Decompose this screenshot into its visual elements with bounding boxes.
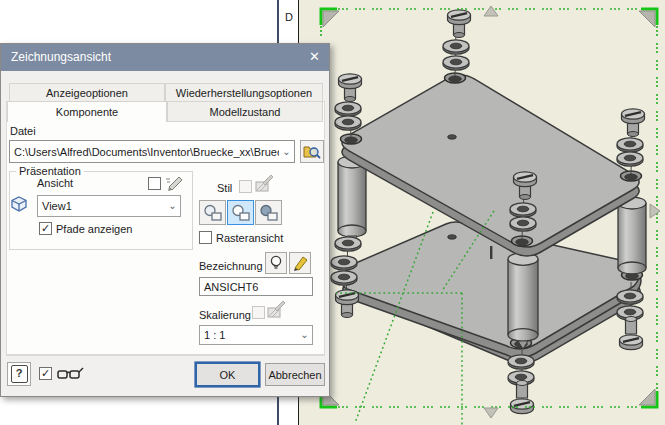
datei-label: Datei <box>10 125 36 137</box>
style-hidden-edges-removed-button[interactable] <box>227 200 254 225</box>
check-icon: ✓ <box>41 222 50 234</box>
preview-glasses-icon <box>56 365 84 383</box>
bezeichnung-label: Bezeichnung <box>199 260 263 272</box>
presentation-cube-icon <box>11 196 28 213</box>
fastener-stack-top-right <box>617 109 645 174</box>
support-column-front <box>508 248 538 349</box>
hidden-edges-icon <box>203 204 223 222</box>
associative-pencil-icon[interactable] <box>165 173 185 191</box>
dialog-title: Zeichnungsansicht <box>11 50 111 64</box>
edit-view-label-button[interactable] <box>289 252 311 274</box>
fastener-stack-bottom-front <box>508 350 534 414</box>
tab-modellzustand[interactable]: Modellzustand <box>167 101 323 122</box>
help-button[interactable]: ? <box>7 362 31 386</box>
tab-label: Komponente <box>56 106 118 118</box>
check-icon: ✓ <box>41 367 50 379</box>
tab-label: Wiederherstellungsoptionen <box>176 87 312 99</box>
cancel-button[interactable]: Abbrechen <box>265 363 325 386</box>
view-select[interactable]: View1 ⌄ <box>37 195 181 217</box>
ansicht-checkbox[interactable] <box>148 177 161 190</box>
tab-wiederherstellungsoptionen[interactable]: Wiederherstellungsoptionen <box>165 83 323 102</box>
file-path-combobox[interactable]: C:\Users\Alfred\Documents\Inventor\Bruec… <box>9 140 295 163</box>
skalierung-select[interactable]: 1 : 1 ⌄ <box>199 325 313 345</box>
ansicht-label: Ansicht <box>37 177 73 189</box>
preview-checkbox[interactable]: ✓ <box>39 367 52 380</box>
chevron-down-icon: ⌄ <box>297 330 312 340</box>
pfade-anzeigen-label: Pfade anzeigen <box>56 223 132 235</box>
lightbulb-icon <box>269 255 283 271</box>
hidden-edges-removed-icon <box>231 204 251 222</box>
zeichnungsansicht-dialog: Zeichnungsansicht ✕ Anzeigeoptionen Wied… <box>0 43 330 397</box>
tab-komponente[interactable]: Komponente <box>7 101 167 122</box>
ok-button[interactable]: OK <box>196 363 259 386</box>
style-shaded-button[interactable] <box>255 200 282 225</box>
chevron-down-icon: ⌄ <box>279 147 294 157</box>
chevron-down-icon: ⌄ <box>165 201 180 211</box>
insertion-cursor <box>490 246 492 259</box>
shaded-icon <box>259 204 279 222</box>
skalierung-value: 1 : 1 <box>200 329 297 341</box>
browse-file-button[interactable] <box>300 140 324 163</box>
pencil-icon <box>292 255 308 271</box>
cancel-label: Abbrechen <box>268 369 321 381</box>
plate-center-hole <box>448 135 456 139</box>
style-hidden-edges-button[interactable] <box>199 200 226 225</box>
skalierung-label: Skalierung <box>199 309 251 321</box>
praesentation-group-label: Präsentation <box>16 165 84 177</box>
skalierung-override-checkbox <box>252 306 265 319</box>
fastener-stack-top-left <box>335 74 362 137</box>
fastener-stack-top-front <box>510 172 537 239</box>
tab-anzeigeoptionen[interactable]: Anzeigeoptionen <box>9 83 165 102</box>
stil-override-checkbox <box>239 180 252 193</box>
fastener-stack-top-back <box>443 10 471 76</box>
view-label-visibility-button[interactable] <box>265 252 287 274</box>
application-window: D <box>0 0 665 425</box>
rasteransicht-checkbox[interactable] <box>199 231 212 244</box>
fastener-stack-bottom-right <box>617 282 643 350</box>
ok-label: OK <box>220 369 236 381</box>
bezeichnung-input[interactable] <box>199 277 313 296</box>
close-icon[interactable]: ✕ <box>309 44 320 71</box>
tab-label: Modellzustand <box>210 106 281 118</box>
section-style-icon-disabled <box>254 173 274 194</box>
view-select-value: View1 <box>38 200 165 212</box>
help-icon: ? <box>11 365 28 383</box>
folder-search-icon <box>303 144 321 160</box>
plate-center-hole <box>448 235 456 239</box>
file-path-value: C:\Users\Alfred\Documents\Inventor\Bruec… <box>10 146 279 158</box>
footer-separator <box>6 355 325 356</box>
scale-style-icon-disabled <box>266 299 286 320</box>
pfade-anzeigen-checkbox[interactable]: ✓ <box>39 222 52 235</box>
dialog-titlebar[interactable]: Zeichnungsansicht <box>1 44 329 71</box>
tab-label: Anzeigeoptionen <box>46 87 128 99</box>
stil-label: Stil <box>217 182 232 194</box>
rasteransicht-label: Rasteransicht <box>216 232 283 244</box>
